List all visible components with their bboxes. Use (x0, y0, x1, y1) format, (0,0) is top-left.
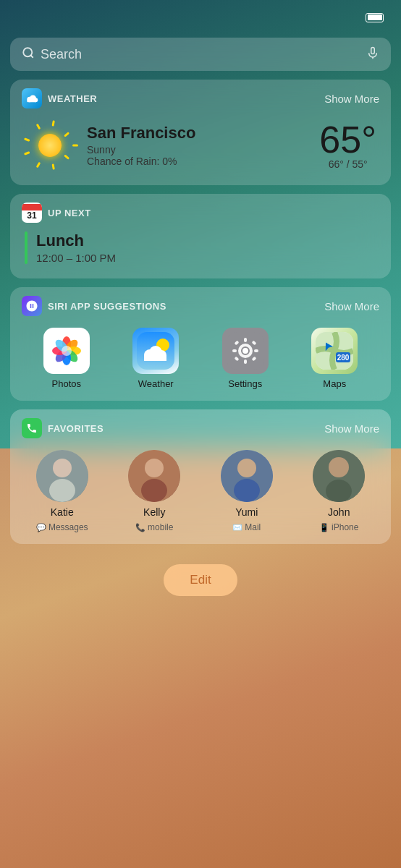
weather-show-more[interactable]: Show More (324, 93, 379, 105)
svg-point-44 (237, 459, 256, 477)
upnext-widget: 31 UP NEXT Lunch 12:00 – 1:00 PM (10, 194, 391, 278)
contact-method-yumi: ✉️ Mail (232, 522, 261, 532)
svg-point-45 (234, 479, 260, 502)
app-item-maps[interactable]: 280 Maps (305, 328, 363, 389)
svg-rect-25 (244, 359, 247, 364)
event-info: Lunch 12:00 – 1:00 PM (36, 231, 116, 264)
avatar-yumi (221, 450, 273, 502)
weather-header: WEATHER Show More (10, 80, 391, 114)
calendar-icon: 31 (22, 203, 42, 223)
weather-city: San Francisco (87, 124, 308, 142)
contact-item-john[interactable]: John 📱 iPhone (299, 450, 379, 532)
weather-app-icon-small (22, 88, 42, 109)
search-icon (22, 46, 35, 62)
event-time: 12:00 – 1:00 PM (36, 252, 116, 264)
weather-temp: 65° 66° / 55° (319, 121, 376, 170)
svg-point-47 (329, 457, 349, 477)
battery-icon (366, 13, 387, 22)
event-row: Lunch 12:00 – 1:00 PM (25, 231, 379, 264)
svg-rect-5 (27, 100, 37, 102)
svg-point-38 (53, 459, 72, 477)
favorites-title: FAVORITES (48, 423, 104, 434)
upnext-header: 31 UP NEXT (10, 194, 391, 229)
weather-rain: Chance of Rain: 0% (87, 156, 308, 167)
phone-icon (22, 418, 42, 438)
settings-label: Settings (228, 378, 262, 389)
siri-icon (22, 296, 42, 316)
svg-rect-27 (254, 349, 258, 352)
app-item-settings[interactable]: Settings (216, 328, 274, 389)
contact-name-katie: Katie (51, 506, 74, 518)
weather-info: San Francisco Sunny Chance of Rain: 0% (87, 124, 308, 167)
svg-line-1 (30, 55, 33, 57)
app-item-weather[interactable]: Weather (127, 328, 185, 389)
siri-show-more[interactable]: Show More (324, 300, 379, 312)
svg-point-48 (326, 480, 352, 502)
favorites-widget: FAVORITES Show More Katie 💬 (10, 409, 391, 544)
contact-item-kelly[interactable]: Kelly 📞 mobile (114, 450, 194, 532)
favorites-show-more[interactable]: Show More (324, 422, 379, 435)
svg-rect-26 (232, 349, 237, 352)
contact-item-yumi[interactable]: Yumi ✉️ Mail (207, 450, 287, 532)
mic-icon[interactable] (366, 46, 379, 64)
weather-label: Weather (138, 378, 174, 389)
svg-point-23 (242, 348, 248, 354)
svg-point-0 (23, 48, 32, 56)
contact-name-yumi: Yumi (235, 506, 258, 518)
sun-icon (25, 120, 75, 171)
favorites-header: FAVORITES Show More (10, 409, 391, 444)
avatar-katie (36, 450, 88, 502)
svg-rect-21 (144, 355, 166, 361)
siri-title: SIRI APP SUGGESTIONS (48, 301, 166, 312)
photos-label: Photos (52, 378, 81, 389)
search-placeholder: Search (41, 47, 366, 62)
contact-method-kelly: 📞 mobile (135, 522, 173, 532)
svg-point-15 (62, 346, 72, 356)
phone-small-icon: 📞 (135, 523, 145, 532)
contacts-row: Katie 💬 Messages Kelly 📞 (10, 444, 391, 544)
event-bar (25, 231, 28, 264)
siri-header: SIRI APP SUGGESTIONS Show More (10, 287, 391, 322)
weather-content: San Francisco Sunny Chance of Rain: 0% 6… (10, 114, 391, 185)
siri-widget: SIRI APP SUGGESTIONS Show More (10, 287, 391, 401)
upnext-content: Lunch 12:00 – 1:00 PM (10, 229, 391, 278)
edit-button[interactable]: Edit (164, 564, 237, 596)
weather-widget-title: WEATHER (48, 93, 97, 104)
weather-condition: Sunny (87, 144, 308, 156)
photos-app-icon (43, 328, 90, 374)
maps-app-icon: 280 (311, 328, 358, 374)
svg-point-42 (141, 479, 167, 502)
upnext-title: UP NEXT (48, 208, 91, 218)
svg-rect-24 (244, 338, 247, 342)
mail-icon: ✉️ (232, 523, 242, 532)
weather-temp-main: 65° (319, 121, 376, 158)
maps-label: Maps (323, 378, 346, 389)
iphone-icon: 📱 (319, 523, 329, 532)
avatar-john (313, 450, 365, 502)
svg-point-39 (49, 479, 75, 502)
search-bar[interactable]: Search (10, 38, 391, 71)
message-icon: 💬 (36, 523, 46, 532)
event-name: Lunch (36, 231, 116, 250)
weather-widget: WEATHER Show More San Francisco Su (10, 80, 391, 185)
contact-method-katie: 💬 Messages (36, 522, 88, 532)
settings-app-icon (222, 328, 269, 374)
contact-name-john: John (328, 506, 350, 518)
sun-core (38, 134, 62, 157)
contact-method-john: 📱 iPhone (319, 522, 358, 532)
contact-item-katie[interactable]: Katie 💬 Messages (22, 450, 102, 532)
contact-name-kelly: Kelly (143, 506, 165, 518)
app-item-photos[interactable]: Photos (38, 328, 96, 389)
weather-app-icon (132, 328, 179, 374)
svg-point-41 (145, 459, 164, 477)
siri-app-grid: Photos (10, 322, 391, 401)
svg-text:280: 280 (337, 354, 350, 362)
avatar-kelly (128, 450, 180, 502)
